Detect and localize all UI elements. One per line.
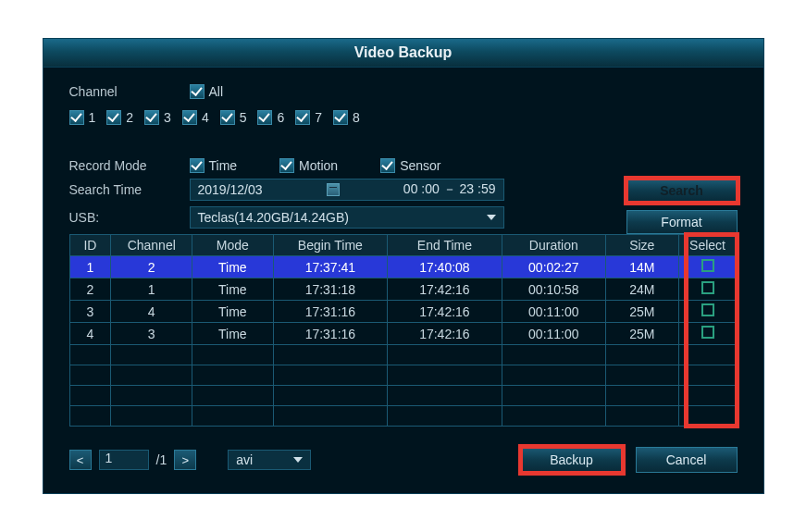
check-icon	[380, 158, 395, 173]
table-row[interactable]: 21Time17:31:1817:42:1600:10:5824M	[69, 278, 737, 301]
checkbox-channel-8[interactable]: 8	[333, 110, 360, 125]
pager-current-input[interactable]: 1	[99, 450, 149, 470]
cell-mode: Time	[192, 278, 274, 301]
header-channel: Channel	[111, 235, 192, 256]
check-icon	[279, 158, 294, 173]
cell-id: 1	[69, 256, 111, 278]
cell-size: 25M	[605, 323, 678, 345]
usb-select[interactable]: Teclas(14.20GB/14.24GB)	[190, 206, 504, 229]
all-label: All	[209, 84, 224, 99]
header-select: Select	[678, 235, 737, 256]
checkbox-channel-4[interactable]: 4	[182, 110, 209, 125]
checkbox-motion[interactable]: Motion	[279, 158, 338, 173]
table-row-empty	[69, 406, 737, 427]
checkbox-channel-3[interactable]: 3	[144, 110, 171, 125]
record-mode-label: Record Mode	[69, 158, 190, 173]
cell-channel: 1	[111, 278, 192, 301]
checkbox-sensor[interactable]: Sensor	[380, 158, 440, 173]
cell-select	[678, 256, 737, 278]
checkbox-all[interactable]: All	[190, 84, 224, 99]
footer: < 1 /1 > avi Backup Cancel	[69, 447, 738, 473]
check-icon	[257, 110, 272, 125]
cell-begin: 17:31:16	[273, 301, 388, 323]
cell-size: 24M	[605, 278, 678, 301]
table-row[interactable]: 12Time17:37:4117:40:0800:02:2714M	[69, 256, 737, 278]
usb-value: Teclas(14.20GB/14.24GB)	[198, 210, 349, 225]
cell-id: 2	[69, 278, 111, 301]
cell-size: 25M	[605, 301, 678, 323]
cell-begin: 17:31:18	[273, 278, 388, 301]
header-duration: Duration	[502, 235, 605, 256]
row-select-checkbox[interactable]	[701, 281, 714, 294]
table-row-empty	[69, 386, 737, 406]
check-icon	[190, 84, 205, 99]
check-icon	[182, 110, 197, 125]
table-row-empty	[69, 365, 737, 386]
checkbox-channel-7[interactable]: 7	[295, 110, 322, 125]
cell-size: 14M	[605, 256, 678, 278]
header-size: Size	[605, 235, 678, 256]
checkbox-channel-1[interactable]: 1	[69, 110, 96, 125]
checkbox-channel-2[interactable]: 2	[106, 110, 133, 125]
cell-mode: Time	[192, 323, 274, 345]
channel-numbers-row: 12345678	[69, 110, 738, 125]
usb-label: USB:	[69, 210, 190, 225]
table-row[interactable]: 43Time17:31:1617:42:1600:11:0025M	[69, 323, 737, 345]
cell-duration: 00:10:58	[502, 278, 605, 301]
cell-channel: 2	[111, 256, 192, 278]
cell-select	[678, 301, 737, 323]
cell-id: 3	[69, 301, 111, 323]
header-begin: Begin Time	[273, 235, 388, 256]
cell-channel: 3	[111, 323, 192, 345]
date-time-input[interactable]: 2019/12/03 00 :00 － 23 :59	[190, 179, 504, 201]
check-icon	[69, 110, 84, 125]
checkbox-time[interactable]: Time	[190, 158, 238, 173]
checkbox-channel-5[interactable]: 5	[220, 110, 247, 125]
cell-id: 4	[69, 323, 111, 345]
check-icon	[190, 158, 205, 173]
pager-prev-button[interactable]: <	[69, 450, 92, 470]
check-icon	[144, 110, 159, 125]
format-button[interactable]: Format	[626, 210, 738, 234]
cell-duration: 00:02:27	[502, 256, 605, 278]
row-select-checkbox[interactable]	[701, 303, 714, 316]
cell-select	[678, 278, 737, 301]
check-icon	[106, 110, 121, 125]
backup-button[interactable]: Backup	[521, 447, 623, 473]
check-icon	[333, 110, 348, 125]
search-time-row: Search Time 2019/12/03 00 :00 － 23 :59	[69, 179, 599, 201]
cell-end: 17:42:16	[388, 323, 502, 345]
header-id: ID	[69, 235, 111, 256]
file-format-select[interactable]: avi	[228, 450, 311, 470]
calendar-icon[interactable]	[327, 183, 340, 196]
check-icon	[295, 110, 310, 125]
cancel-button[interactable]: Cancel	[636, 447, 738, 473]
cell-select	[678, 323, 737, 345]
row-select-checkbox[interactable]	[701, 259, 714, 272]
cell-begin: 17:31:16	[273, 323, 388, 345]
channel-row: Channel All	[69, 84, 738, 99]
file-format-value: avi	[236, 452, 253, 467]
cell-end: 17:42:16	[388, 301, 502, 323]
table-row[interactable]: 34Time17:31:1617:42:1600:11:0025M	[69, 301, 737, 323]
video-backup-window: Video Backup Channel All 12345678 Record…	[43, 38, 764, 494]
results-table-wrap: ID Channel Mode Begin Time End Time Dura…	[69, 234, 738, 427]
results-table: ID Channel Mode Begin Time End Time Dura…	[69, 234, 738, 427]
time-range-value: 00 :00 － 23 :59	[403, 181, 496, 198]
cell-end: 17:40:08	[388, 256, 502, 278]
table-header-row: ID Channel Mode Begin Time End Time Dura…	[69, 235, 737, 256]
row-select-checkbox[interactable]	[701, 326, 714, 339]
cell-mode: Time	[192, 256, 274, 278]
cell-duration: 00:11:00	[502, 323, 605, 345]
search-time-label: Search Time	[69, 182, 190, 197]
chevron-down-icon	[293, 457, 303, 463]
search-button[interactable]: Search	[626, 179, 738, 203]
date-value: 2019/12/03	[198, 182, 263, 197]
cell-end: 17:42:16	[388, 278, 502, 301]
checkbox-channel-6[interactable]: 6	[257, 110, 284, 125]
usb-row: USB: Teclas(14.20GB/14.24GB)	[69, 206, 599, 229]
window-title: Video Backup	[43, 39, 763, 68]
pager-total: /1	[156, 452, 167, 467]
check-icon	[220, 110, 235, 125]
pager-next-button[interactable]: >	[174, 450, 196, 470]
